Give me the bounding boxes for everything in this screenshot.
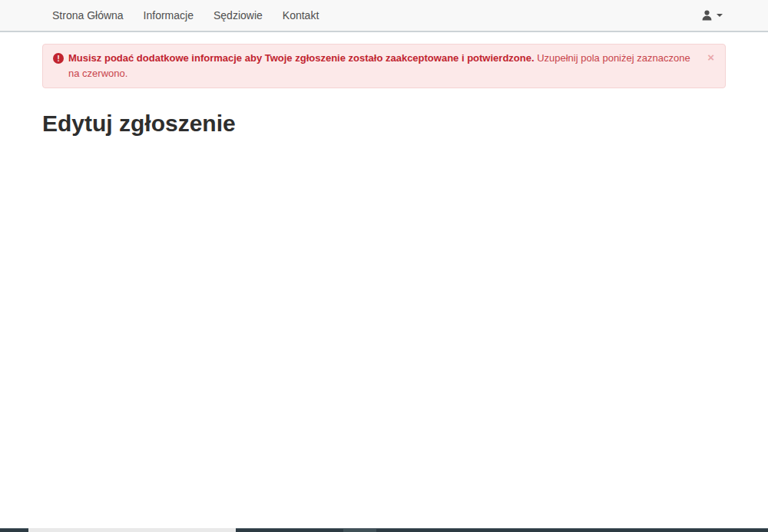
main-nav: Strona Główna Informacje Sędziowie Konta… <box>0 0 329 31</box>
page-title: Edytuj zgłoszenie <box>42 112 726 135</box>
nav-item-kontakt[interactable]: Kontakt <box>273 0 329 31</box>
main-container: ! Musisz podać dodatkowe informacje aby … <box>42 44 726 135</box>
nav-item-label: Strona Główna <box>52 9 124 21</box>
alert-message: Musisz podać dodatkowe informacje aby Tw… <box>68 51 699 81</box>
nav-item-label: Kontakt <box>283 9 319 21</box>
caret-down-icon <box>717 14 723 17</box>
exclamation-circle-icon: ! <box>53 53 64 64</box>
footer-tint-segment <box>343 529 376 532</box>
alert-message-bold: Musisz podać dodatkowe informacje aby Tw… <box>68 52 537 64</box>
alert-close-icon[interactable]: × <box>707 51 714 64</box>
nav-item-sedziowie[interactable]: Sędziowie <box>204 0 273 31</box>
footer-light-segment <box>28 528 236 532</box>
footer-top-edge <box>0 528 768 532</box>
nav-item-label: Sędziowie <box>214 9 263 21</box>
nav-item-label: Informacje <box>144 9 194 21</box>
danger-alert: ! Musisz podać dodatkowe informacje aby … <box>42 44 726 88</box>
user-menu-dropdown[interactable] <box>699 5 726 25</box>
nav-item-informacje[interactable]: Informacje <box>134 0 204 31</box>
nav-item-strona-glowna[interactable]: Strona Główna <box>42 0 134 31</box>
navbar-right <box>699 0 768 31</box>
user-icon <box>702 10 712 21</box>
top-navbar: Strona Główna Informacje Sędziowie Konta… <box>0 0 768 32</box>
